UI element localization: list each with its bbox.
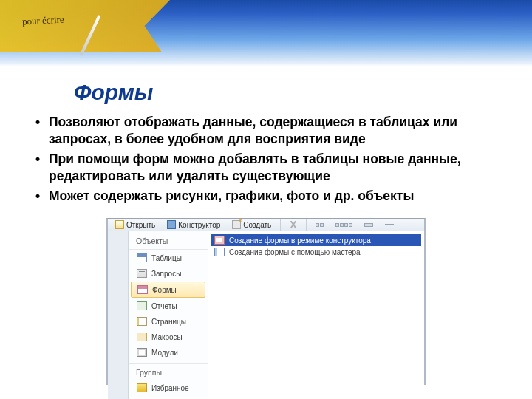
content-item-label: Создание формы в режиме конструктора <box>229 236 371 245</box>
handwriting-decoration: pour écrire <box>22 14 64 28</box>
page-icon <box>137 317 147 326</box>
open-button[interactable]: Открыть <box>111 219 160 231</box>
create-button[interactable]: Создать <box>228 219 276 231</box>
macro-icon <box>137 332 147 341</box>
view-details-button[interactable] <box>381 222 398 227</box>
open-icon <box>115 220 124 229</box>
content-item-label: Создание формы с помощью мастера <box>229 248 361 256</box>
sidebar-item-label: Запросы <box>151 270 181 278</box>
sidebar-item-pages[interactable]: Страницы <box>131 314 205 329</box>
design-label: Конструктор <box>178 221 220 229</box>
sidebar-item-forms[interactable]: Формы <box>131 282 205 298</box>
content-item-create-designer[interactable]: Создание формы в режиме конструктора <box>211 234 421 246</box>
window-body: Объекты Таблицы Запросы Формы Отчеты Стр… <box>108 231 424 399</box>
sidebar-item-label: Страницы <box>151 318 186 326</box>
sidebar-item-queries[interactable]: Запросы <box>131 266 205 281</box>
sidebar-header: Объекты <box>129 234 208 250</box>
designer-icon <box>214 236 225 245</box>
sidebar-item-modules[interactable]: Модули <box>131 345 205 360</box>
sidebar-item-label: Избранное <box>151 384 189 392</box>
bullet-item: Может содержать рисунки, графики, фото и… <box>30 188 502 205</box>
sidebar-groups-header: Группы <box>129 363 208 380</box>
toolbar: Открыть Конструктор Создать X <box>108 219 424 231</box>
delete-button[interactable]: X <box>285 219 301 230</box>
bullet-list: Позволяют отображать данные, содержащиес… <box>30 114 502 205</box>
left-margin <box>108 231 129 399</box>
view-small-icons-button[interactable] <box>331 222 357 228</box>
view-large-icons-button[interactable] <box>311 222 328 228</box>
objects-sidebar: Объекты Таблицы Запросы Формы Отчеты Стр… <box>129 231 208 399</box>
sidebar-item-label: Макросы <box>151 333 183 341</box>
wizard-icon <box>214 248 225 256</box>
separator <box>280 219 281 231</box>
sidebar-item-label: Таблицы <box>151 254 182 262</box>
report-icon <box>137 301 147 310</box>
new-icon <box>232 220 241 229</box>
sidebar-item-favorites[interactable]: Избранное <box>131 381 205 395</box>
slide-title: Формы <box>74 80 532 105</box>
sidebar-item-label: Отчеты <box>151 302 177 310</box>
query-icon <box>137 269 147 278</box>
table-icon <box>137 253 147 262</box>
create-label: Создать <box>243 221 271 229</box>
bullet-item: При помощи форм можно добавлять в таблиц… <box>30 151 502 185</box>
favorites-icon <box>137 383 147 392</box>
separator <box>306 219 307 231</box>
sidebar-item-reports[interactable]: Отчеты <box>131 299 205 313</box>
open-label: Открыть <box>126 221 155 229</box>
design-icon <box>167 220 176 229</box>
sidebar-item-label: Формы <box>152 286 177 294</box>
view-list-button[interactable] <box>360 222 378 228</box>
sidebar-item-label: Модули <box>151 349 178 357</box>
content-pane: Создание формы в режиме конструктора Соз… <box>208 231 424 399</box>
module-icon <box>137 348 147 357</box>
access-window-screenshot: Открыть Конструктор Создать X Объекты Та… <box>106 218 426 385</box>
delete-icon: X <box>290 221 296 228</box>
design-button[interactable]: Конструктор <box>163 219 225 231</box>
form-icon <box>137 285 148 294</box>
sidebar-item-macros[interactable]: Макросы <box>131 330 205 344</box>
bullet-item: Позволяют отображать данные, содержащиес… <box>30 114 502 148</box>
sidebar-item-tables[interactable]: Таблицы <box>131 250 205 265</box>
banner-decoration: pour écrire <box>0 0 532 66</box>
content-item-create-wizard[interactable]: Создание формы с помощью мастера <box>211 246 421 258</box>
